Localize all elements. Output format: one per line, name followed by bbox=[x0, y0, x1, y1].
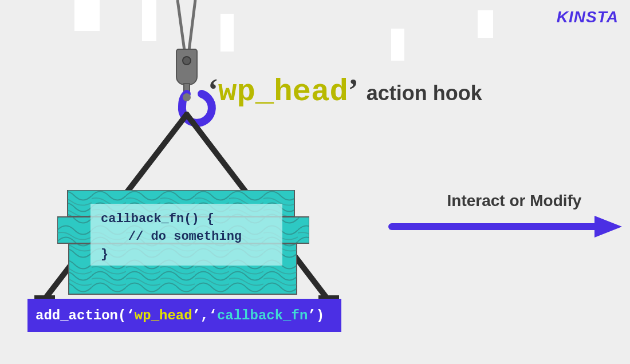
quote: ’ bbox=[308, 308, 316, 323]
quote-open: ‘ bbox=[208, 73, 218, 107]
brand-logo: KINSTA bbox=[557, 8, 619, 26]
add-action-arg2: callback_fn bbox=[217, 308, 308, 323]
quote: ‘ bbox=[126, 308, 134, 323]
add-action-suffix: ) bbox=[316, 308, 324, 323]
callback-line-2: // do something bbox=[101, 228, 272, 246]
add-action-prefix: add_action( bbox=[36, 308, 126, 323]
callback-line-3: } bbox=[101, 246, 272, 264]
add-action-statement: add_action( ‘wp_head’, ‘callback_fn’ ) bbox=[27, 299, 341, 332]
callback-code-box: callback_fn() { // do something } bbox=[90, 204, 282, 266]
hook-name: wp_head bbox=[218, 74, 348, 109]
separator: , bbox=[200, 308, 208, 323]
quote: ’ bbox=[192, 308, 200, 323]
svg-point-10 bbox=[183, 93, 191, 101]
diagram-title: ‘wp_head’action hook bbox=[208, 72, 482, 109]
callback-line-1: callback_fn() { bbox=[101, 211, 272, 228]
svg-marker-16 bbox=[594, 216, 622, 238]
svg-point-8 bbox=[183, 57, 191, 65]
quote-close: ’ bbox=[348, 73, 359, 107]
svg-line-7 bbox=[189, 0, 195, 50]
add-action-arg1: wp_head bbox=[135, 308, 192, 323]
quote: ‘ bbox=[208, 308, 216, 323]
bg-shape bbox=[391, 29, 404, 61]
title-suffix: action hook bbox=[367, 81, 482, 105]
arrow-icon bbox=[388, 213, 623, 240]
arrow-label: Interact or Modify bbox=[388, 192, 623, 210]
bg-shape bbox=[478, 10, 493, 38]
interact-arrow: Interact or Modify bbox=[388, 192, 623, 240]
svg-line-6 bbox=[178, 0, 184, 50]
